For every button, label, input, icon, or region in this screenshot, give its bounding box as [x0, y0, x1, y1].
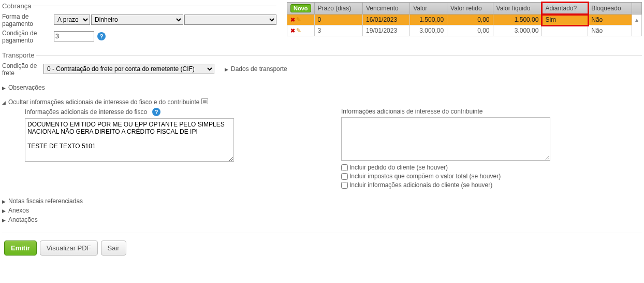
fisco-label: Informações adicionais de interesse do f…	[25, 108, 147, 116]
forma-pagamento-select-3[interactable]	[184, 15, 276, 25]
forma-pagamento-select-2[interactable]: Dinheiro	[91, 15, 183, 25]
chk-info-cliente[interactable]	[341, 182, 348, 189]
cell-retido: 0,00	[447, 25, 493, 36]
chk-impostos[interactable]	[341, 173, 348, 180]
condicao-pagamento-input[interactable]	[54, 31, 94, 41]
cell-adiantado	[542, 25, 588, 36]
observacoes-toggle[interactable]: Observações	[2, 84, 642, 91]
cell-bloqueado: Não	[588, 15, 632, 25]
forma-pagamento-select-1[interactable]: A prazo	[54, 15, 90, 25]
cell-valor: 3.000,00	[410, 25, 447, 36]
col-vencimento[interactable]: Vencimento	[363, 3, 410, 15]
scrollbar-head	[632, 3, 642, 15]
cell-liquido: 3.000,00	[493, 25, 542, 36]
delete-icon[interactable]: ✖	[290, 27, 295, 34]
contrib-textarea[interactable]	[341, 117, 550, 161]
cell-adiantado: Sim	[542, 15, 588, 25]
edit-icon[interactable]: ✎	[296, 16, 301, 23]
text-template-icon[interactable]	[201, 98, 208, 104]
cell-bloqueado: Não	[588, 25, 632, 36]
anotacoes-toggle[interactable]: Anotações	[2, 216, 642, 223]
cell-valor: 1.500,00	[410, 15, 447, 25]
cell-vencimento: 19/01/2023	[363, 25, 410, 36]
anexos-toggle[interactable]: Anexos	[2, 207, 642, 214]
notas-fiscais-toggle[interactable]: Notas fiscais referenciadas	[2, 197, 642, 205]
scrollbar-up-icon[interactable]: ▴	[632, 15, 642, 36]
cell-retido: 0,00	[447, 15, 493, 25]
chk-info-cliente-label: Incluir informações adicionais do client…	[349, 181, 492, 189]
parcelas-table: Novo Prazo (dias) Vencimento Valor Valor…	[287, 2, 642, 36]
help-icon[interactable]: ?	[97, 32, 106, 40]
dados-transporte-toggle[interactable]: Dados de transporte	[225, 65, 287, 73]
novo-button[interactable]: Novo	[290, 4, 311, 12]
transporte-fieldset: Transporte Condição de frete 0 - Contrat…	[2, 51, 642, 78]
chk-pedido-cliente[interactable]	[341, 164, 348, 171]
cell-vencimento: 16/01/2023	[363, 15, 410, 25]
edit-icon[interactable]: ✎	[296, 27, 301, 34]
chk-impostos-label: Incluir impostos que compõem o valor tot…	[349, 173, 501, 180]
condicao-frete-label: Condição de frete	[2, 61, 43, 77]
col-prazo[interactable]: Prazo (dias)	[314, 3, 363, 15]
contrib-label: Informações adicionais de interesse do c…	[341, 108, 483, 115]
cell-prazo: 0	[314, 15, 363, 25]
delete-icon[interactable]: ✖	[290, 17, 295, 23]
cell-liquido: 1.500,00	[493, 15, 542, 25]
cobranca-fieldset: Cobrança Forma de pagamento A prazo Dinh…	[2, 2, 276, 45]
sair-button[interactable]: Sair	[101, 240, 126, 256]
col-retido[interactable]: Valor retido	[447, 3, 493, 15]
table-row[interactable]: ✖✎ 3 19/01/2023 3.000,00 0,00 3.000,00 N…	[287, 25, 642, 36]
col-bloqueado[interactable]: Bloqueado	[588, 3, 632, 15]
forma-pagamento-label: Forma de pagamento	[2, 12, 54, 27]
ocultar-info-toggle[interactable]: Ocultar informações adicionais de intere…	[2, 98, 642, 106]
cobranca-legend: Cobrança	[2, 2, 33, 10]
cell-prazo: 3	[314, 25, 363, 36]
col-valor[interactable]: Valor	[410, 3, 447, 15]
fisco-textarea[interactable]	[25, 118, 234, 162]
visualizar-pdf-button[interactable]: Visualizar PDF	[40, 240, 98, 256]
emitir-button[interactable]: Emitir	[4, 240, 37, 256]
chk-pedido-cliente-label: Incluir pedido do cliente (se houver)	[349, 164, 448, 171]
col-adiantado[interactable]: Adiantado?	[542, 3, 588, 15]
transporte-legend: Transporte	[2, 51, 36, 59]
help-icon[interactable]: ?	[152, 108, 160, 116]
table-row[interactable]: ✖✎ 0 16/01/2023 1.500,00 0,00 1.500,00 S…	[287, 15, 642, 25]
col-liquido[interactable]: Valor líquido	[493, 3, 542, 15]
separator	[2, 233, 642, 233]
condicao-pagamento-label: Condição de pagamento	[2, 29, 54, 44]
condicao-frete-select[interactable]: 0 - Contratação do frete por conta do re…	[43, 64, 214, 74]
